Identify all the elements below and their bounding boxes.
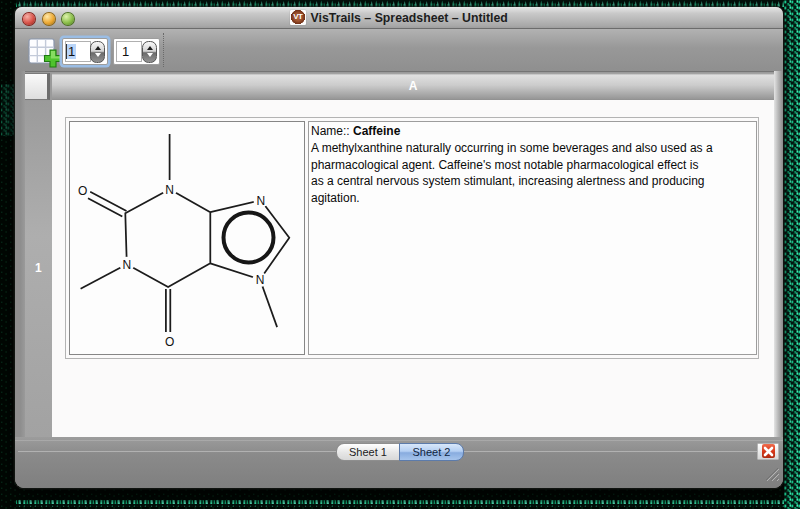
svg-text:O: O: [165, 335, 174, 349]
svg-text:O: O: [78, 184, 87, 198]
svg-text:N: N: [122, 258, 131, 272]
svg-text:N: N: [256, 273, 265, 287]
svg-text:N: N: [257, 194, 266, 208]
svg-text:N: N: [165, 183, 174, 197]
